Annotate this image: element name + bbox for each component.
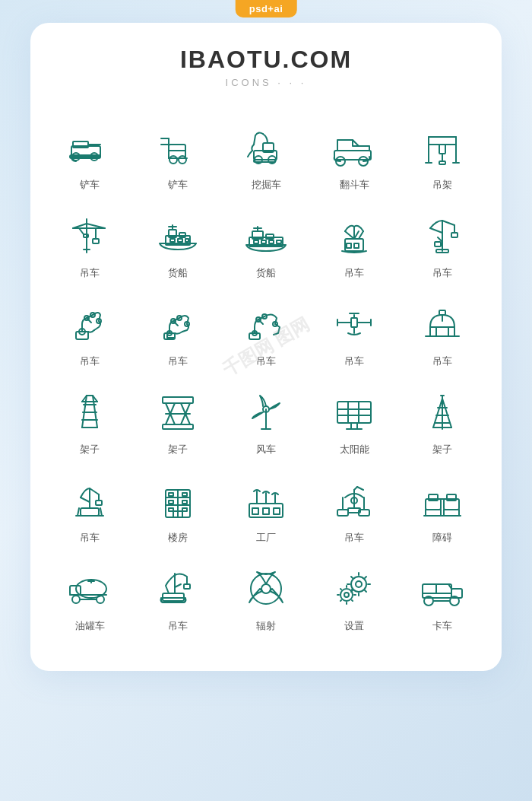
cargo-ship2-icon <box>242 211 290 260</box>
icon-label: 吊架 <box>432 178 452 192</box>
icon-label: 翻斗车 <box>340 178 369 192</box>
sea-crane-icon <box>330 211 378 260</box>
svg-point-193 <box>344 593 349 597</box>
svg-point-11 <box>179 156 186 164</box>
robot-arm1-icon <box>65 300 114 348</box>
icons-grid: 铲车 铲车 <box>46 111 486 640</box>
svg-point-192 <box>340 589 353 601</box>
svg-rect-52 <box>277 240 281 243</box>
icon-label: 楼房 <box>168 531 188 545</box>
svg-rect-58 <box>347 243 351 248</box>
dumptruck-icon <box>330 123 378 172</box>
list-item: 风车 <box>222 376 310 464</box>
tower-frame-icon <box>65 388 114 437</box>
svg-rect-108 <box>163 424 193 429</box>
truck-icon <box>418 564 467 613</box>
icon-label: 吊车 <box>344 354 364 368</box>
svg-rect-49 <box>254 240 258 243</box>
lattice-tower-icon <box>418 388 467 437</box>
svg-rect-66 <box>435 242 441 246</box>
icon-label: 工厂 <box>256 531 276 545</box>
forklift-icon <box>154 123 202 172</box>
svg-line-209 <box>340 600 341 601</box>
scissor-lift-icon <box>154 388 202 437</box>
icon-label: 铲车 <box>80 178 100 192</box>
svg-line-201 <box>351 590 353 592</box>
svg-rect-50 <box>261 240 266 243</box>
icon-label: 吊车 <box>344 266 364 280</box>
icon-label: 挖掘车 <box>252 178 281 192</box>
svg-line-198 <box>351 577 353 578</box>
icon-label: 吊车 <box>80 266 100 280</box>
list-item: 卡车 <box>398 552 486 640</box>
icon-label: 铲车 <box>168 178 188 192</box>
svg-line-207 <box>352 600 353 601</box>
list-item: 吊车 <box>310 199 398 288</box>
card-header: IBAOTU.COM ICONS · · · <box>46 46 486 88</box>
list-item: 障碍 <box>398 464 486 552</box>
svg-rect-26 <box>439 161 445 164</box>
svg-point-188 <box>261 584 271 593</box>
svg-rect-107 <box>163 397 193 403</box>
list-item: 吊车 <box>134 288 222 376</box>
icon-label: 吊车 <box>432 354 452 368</box>
svg-line-55 <box>345 231 354 239</box>
svg-rect-51 <box>269 240 274 243</box>
list-item: 挖掘车 <box>222 111 310 199</box>
excavator-icon <box>242 123 290 172</box>
cargo-ship1-icon <box>154 211 202 260</box>
svg-rect-64 <box>451 233 458 237</box>
list-item: 货船 <box>134 199 222 288</box>
list-item: 架子 <box>46 376 134 464</box>
arch-crane-icon <box>418 300 467 348</box>
icon-label: 货船 <box>256 266 276 280</box>
svg-rect-147 <box>182 508 187 511</box>
radiation-icon <box>242 564 290 613</box>
list-item: 架子 <box>398 376 486 464</box>
icon-label: 风车 <box>256 443 276 456</box>
icon-label: 架子 <box>432 443 452 456</box>
list-item: 铲车 <box>134 111 222 199</box>
list-item: 铲车 <box>46 111 134 199</box>
icon-label: 辐射 <box>256 619 276 633</box>
icon-label: 油罐车 <box>75 619 105 633</box>
site-title: IBAOTU.COM <box>46 46 486 74</box>
offshore-crane-icon <box>418 211 467 260</box>
icon-label: 障碍 <box>432 531 452 545</box>
icon-label: 架子 <box>80 443 100 456</box>
list-item: 吊车 <box>310 464 398 552</box>
svg-rect-143 <box>182 493 187 496</box>
pipe-crane-icon <box>330 300 378 348</box>
svg-rect-24 <box>439 145 445 154</box>
robot-arm3-icon <box>242 300 290 348</box>
svg-point-189 <box>251 574 281 604</box>
icon-label: 吊车 <box>168 619 188 633</box>
icon-label: 设置 <box>344 619 364 633</box>
windmill-icon <box>242 388 290 437</box>
svg-line-208 <box>352 589 353 590</box>
list-item: 吊车 <box>398 288 486 376</box>
icon-label: 吊车 <box>80 354 100 368</box>
barrier-icon <box>418 476 467 525</box>
svg-point-10 <box>169 156 177 164</box>
list-item: 吊车 <box>46 288 134 376</box>
svg-line-199 <box>365 590 366 592</box>
tower-crane-icon <box>65 211 114 260</box>
svg-line-187 <box>175 584 181 587</box>
robot-arm2-icon <box>154 300 202 348</box>
list-item: 楼房 <box>134 464 222 552</box>
svg-rect-117 <box>337 402 371 423</box>
list-item: 翻斗车 <box>310 111 398 199</box>
building-icon <box>154 476 202 525</box>
icon-label: 吊车 <box>80 531 100 545</box>
list-item: 吊车 <box>398 199 486 288</box>
icon-card: IBAOTU.COM ICONS · · · 铲车 <box>30 23 502 671</box>
list-item: 货船 <box>222 199 310 288</box>
icon-label: 吊车 <box>432 266 452 280</box>
svg-rect-144 <box>169 501 173 504</box>
icon-label: 太阳能 <box>340 443 369 456</box>
pump-jack-icon <box>330 476 378 525</box>
icon-label: 架子 <box>168 443 188 456</box>
tanker-icon <box>65 564 114 613</box>
solar-panel-icon <box>330 388 378 437</box>
